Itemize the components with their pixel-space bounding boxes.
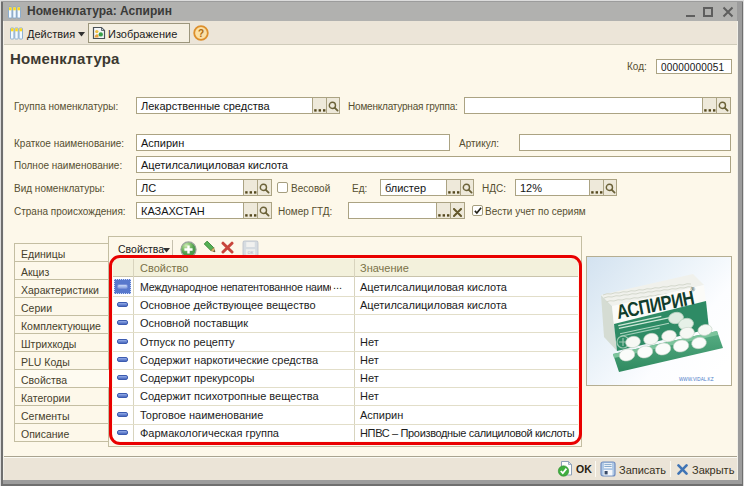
svg-text:WWW.VIDAL.KZ: WWW.VIDAL.KZ	[679, 377, 714, 382]
svg-text:?: ?	[198, 28, 204, 39]
